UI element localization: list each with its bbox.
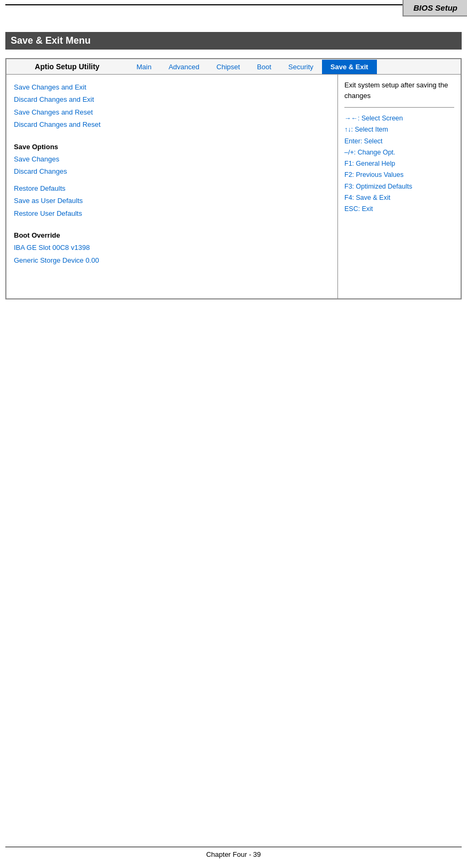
menu-item-save-changes-and-reset[interactable]: Save Changes and Reset [14,106,330,118]
help-text: Exit system setup after saving the chang… [344,80,454,108]
nav-tab-save-and-exit[interactable]: Save & Exit [322,60,377,74]
menu-item-discard-changes-and-exit[interactable]: Discard Changes and Exit [14,93,330,106]
nav-tab-chipset[interactable]: Chipset [208,60,248,74]
key-item: F2: Previous Values [344,169,454,181]
menu-spacer [14,220,330,224]
bios-setup-table: Aptio Setup Utility MainAdvancedChipsetB… [5,58,462,299]
page-title: Save & Exit Menu [5,32,462,50]
content-area: Save Changes and ExitDiscard Changes and… [6,75,461,298]
nav-tabs: MainAdvancedChipsetBootSecuritySave & Ex… [128,60,461,74]
menu-item-discard-changes[interactable]: Discard Changes [14,165,330,177]
menu-spacer [14,131,330,135]
key-item: →←: Select Screen [344,113,454,124]
menu-item-discard-changes-and-reset[interactable]: Discard Changes and Reset [14,118,330,131]
utility-title: Aptio Setup Utility [6,59,128,74]
key-item: F3: Optimized Defaults [344,181,454,192]
nav-row: Aptio Setup Utility MainAdvancedChipsetB… [6,59,461,75]
nav-tab-boot[interactable]: Boot [248,60,280,74]
right-panel: Exit system setup after saving the chang… [338,75,461,298]
menu-item-restore-user-defaults[interactable]: Restore User Defaults [14,207,330,220]
key-legend: →←: Select Screen↑↓: Select ItemEnter: S… [344,113,454,215]
key-item: ESC: Exit [344,204,454,215]
nav-tab-advanced[interactable]: Advanced [160,60,208,74]
left-panel: Save Changes and ExitDiscard Changes and… [6,75,338,298]
footer: Chapter Four - 39 [5,847,462,858]
key-item: F1: General Help [344,158,454,169]
menu-item-restore-defaults[interactable]: Restore Defaults [14,182,330,194]
bios-setup-tab: BIOS Setup [402,0,467,17]
menu-item-save-as-user-defaults[interactable]: Save as User Defaults [14,194,330,207]
menu-item-iba-ge-slot-00c8-v1398[interactable]: IBA GE Slot 00C8 v1398 [14,241,330,254]
key-item: –/+: Change Opt. [344,147,454,158]
key-item: Enter: Select [344,136,454,147]
key-item: F4: Save & Exit [344,192,454,204]
nav-tab-main[interactable]: Main [128,60,160,74]
key-item: ↑↓: Select Item [344,124,454,135]
menu-item-boot-override: Boot Override [14,229,330,241]
nav-tab-security[interactable]: Security [280,60,322,74]
menu-item-generic-storge-device-000[interactable]: Generic Storge Device 0.00 [14,254,330,266]
menu-item-save-options: Save Options [14,141,330,153]
menu-item-save-changes-and-exit[interactable]: Save Changes and Exit [14,81,330,93]
menu-spacer [14,178,330,182]
menu-item-save-changes[interactable]: Save Changes [14,153,330,165]
